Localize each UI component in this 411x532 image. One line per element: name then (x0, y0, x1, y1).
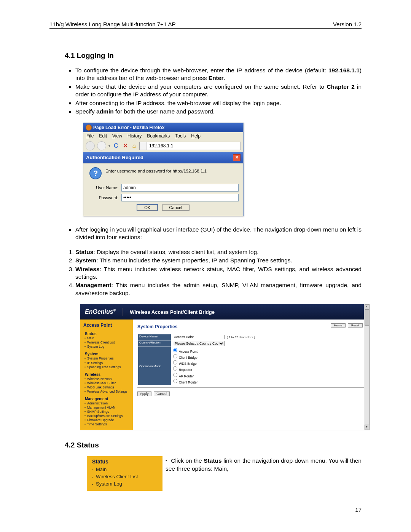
url-bar[interactable] (139, 142, 241, 150)
country-label: Country/Region (138, 340, 171, 347)
reload-icon[interactable]: C (113, 142, 119, 149)
nav-item-admin[interactable]: Administration (82, 401, 131, 406)
nav-item-wds[interactable]: WDS Link Settings (82, 385, 131, 390)
gui-top-buttons: Home Reset (331, 323, 363, 328)
nav-group-status: Status (82, 331, 131, 336)
scroll-thumb[interactable] (365, 310, 369, 326)
mode-ap[interactable]: Access Point (173, 348, 363, 354)
devname-input[interactable] (173, 335, 225, 339)
menu-help[interactable]: Help (191, 133, 201, 139)
nav-item-wadv[interactable]: Wireless Advanced Settings (82, 390, 131, 394)
gui-slogan: Wireless Access Point/Client Bridge (130, 309, 215, 315)
nav-group-wireless: Wireless (82, 372, 131, 377)
menu-view[interactable]: View (112, 133, 122, 139)
nav-item-backup[interactable]: Backup/Restore Settings (82, 414, 131, 418)
nav-item-fw[interactable]: Firmware Upgrade (82, 418, 131, 422)
menu-file[interactable]: File (86, 133, 94, 139)
menu-history[interactable]: History (127, 133, 142, 139)
password-input[interactable] (121, 194, 239, 201)
gui-reset-button[interactable]: Reset (348, 323, 363, 328)
header-right: Version 1.2 (333, 21, 362, 27)
cancel-button[interactable]: Cancel (162, 204, 190, 211)
nav-item-main[interactable]: Main (82, 336, 131, 340)
nav-item-time[interactable]: Time Settings (82, 422, 131, 427)
gui-sections-list: Status: Displays the overall status, wir… (65, 248, 362, 297)
home-icon[interactable]: ⌂ (131, 142, 137, 149)
username-input[interactable] (121, 184, 239, 192)
auth-dialog-body: ? Enter username and password for http:/… (83, 163, 243, 216)
auth-dialog-titlebar: Authentication Required ✕ (83, 152, 243, 163)
nav-dropdown-icon[interactable]: ▾ (108, 144, 110, 148)
status-menu-title: Status (92, 459, 159, 465)
menu-tools[interactable]: Tools (175, 133, 186, 139)
close-icon[interactable]: ✕ (233, 154, 241, 161)
question-icon: ? (89, 167, 102, 179)
num-2: System: This menu includes the system pr… (75, 257, 362, 264)
auth-title: Authentication Required (86, 155, 143, 160)
nav-group-mgmt: Management (82, 396, 131, 401)
logging-in-bullets: To configure the device through the web-… (65, 67, 362, 116)
mode-wds[interactable]: WDS Bridge (173, 360, 363, 366)
num-1: Status: Displays the overall status, wir… (75, 248, 362, 256)
panel-cancel-button[interactable]: Cancel (154, 391, 170, 396)
status-paragraph: Click on the Status link on the navigati… (166, 456, 362, 473)
nav-item-wmac[interactable]: Wireless MAC Filter (82, 381, 131, 385)
bullet-2: Make sure that the device and your compu… (75, 83, 362, 99)
nav-back-icon[interactable] (86, 141, 95, 150)
gui-topbar: EnGenius® Wireless Access Point/Client B… (80, 304, 370, 320)
nav-item-syslog[interactable]: System Log (82, 345, 131, 349)
status-menu-small: Status Main Wireless Client List System … (87, 456, 162, 491)
page-header: 11b/g Wireless Long Range Multi-function… (49, 21, 362, 29)
system-properties-table: Device Name ( 1 to 32 characters ) Count… (137, 334, 365, 385)
opmode-radios: Access Point Client Bridge WDS Bridge Re… (172, 347, 364, 385)
page-number: 17 (355, 506, 362, 513)
menu-bookmarks[interactable]: Bookmarks (147, 133, 170, 139)
scroll-up-icon[interactable]: ▴ (365, 304, 369, 310)
nav-item-snmp[interactable]: SNMP Settings (82, 410, 131, 414)
username-label: User Name: (88, 185, 121, 190)
password-label: Password: (88, 195, 121, 200)
mode-rep[interactable]: Repeater (173, 366, 363, 372)
nav-item-wcl[interactable]: Wireless Client List (82, 340, 131, 345)
status-menu-main[interactable]: Main (92, 466, 159, 473)
apply-row: Apply Cancel (137, 391, 365, 396)
mode-cb[interactable]: Client Bridge (173, 354, 363, 360)
num-3: Wireless: This menu includes wireless ne… (75, 265, 362, 281)
firefox-title: Page Load Error - Mozilla Firefox (93, 125, 164, 130)
menu-edit[interactable]: Edit (99, 133, 107, 139)
gui-main-panel: Home Reset System Properties Device Name… (133, 320, 370, 430)
stop-icon[interactable]: ✕ (122, 142, 129, 149)
nav-item-stp[interactable]: Spanning Tree Settings (82, 365, 131, 369)
nav-group-system: System (82, 351, 131, 356)
gui-logo: EnGenius® (85, 308, 116, 315)
firefox-titlebar: Page Load Error - Mozilla Firefox (83, 123, 243, 132)
nav-item-vlan[interactable]: Management VLAN (82, 406, 131, 410)
scroll-down-icon[interactable]: ▾ (365, 425, 369, 430)
opmode-label: Operation Mode (138, 347, 171, 385)
devname-hint: ( 1 to 32 characters ) (225, 335, 255, 339)
mode-apr[interactable]: AP Router (173, 372, 363, 379)
nav-item-ip[interactable]: IP Settings (82, 361, 131, 365)
nav-item-wnet[interactable]: Wireless Network (82, 377, 131, 381)
status-menu-wcl[interactable]: Wireless Client List (92, 473, 159, 481)
nav-forward-icon[interactable] (97, 141, 106, 150)
nav-item-sysprops[interactable]: System Properties (82, 356, 131, 361)
country-select[interactable]: Please Select a Country Code (173, 341, 225, 346)
status-menu-syslog[interactable]: System Log (92, 481, 159, 488)
apply-button[interactable]: Apply (137, 391, 151, 396)
bullet-4: Specify admin for both the user name and… (75, 108, 362, 115)
auth-message: Enter username and password for http://1… (105, 167, 207, 173)
engenius-gui: EnGenius® Wireless Access Point/Client B… (80, 304, 370, 430)
header-left: 11b/g Wireless Long Range Multi-function… (49, 21, 175, 27)
mode-cr[interactable]: Client Router (173, 379, 363, 385)
section-4-1-title: 4.1 Logging In (65, 51, 362, 60)
firefox-window: Page Load Error - Mozilla Firefox File E… (83, 123, 244, 216)
gui-sidebar: Access Point Status Main Wireless Client… (80, 320, 133, 430)
scrollbar[interactable]: ▴ ▾ (364, 304, 370, 430)
favicon-icon (140, 142, 147, 150)
after-bullet-1: After logging in you will graphical user… (75, 226, 362, 241)
gui-body: Access Point Status Main Wireless Client… (80, 320, 370, 430)
url-input[interactable] (147, 143, 241, 149)
ok-button[interactable]: OK (137, 204, 158, 211)
gui-home-button[interactable]: Home (331, 323, 346, 328)
